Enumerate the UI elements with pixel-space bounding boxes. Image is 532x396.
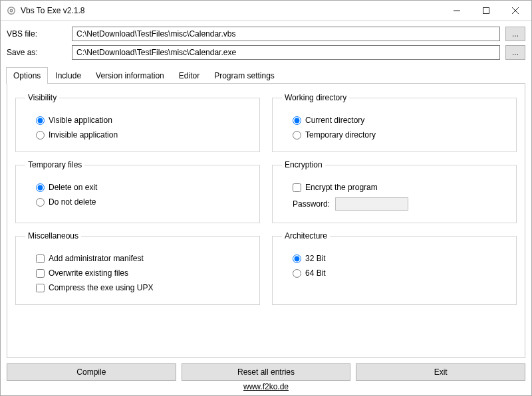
svg-rect-3: [483, 7, 489, 13]
group-architecture-legend: Architecture: [282, 231, 330, 241]
checkbox-overwrite-label: Overwrite existing files: [49, 268, 128, 278]
checkbox-encrypt-label: Encrypt the program: [305, 183, 378, 192]
group-working-directory-legend: Working directory: [282, 93, 349, 102]
radio-64-label: 64 Bit: [305, 268, 326, 278]
radio-64-input[interactable]: [293, 269, 301, 278]
radio-current-label: Current directory: [305, 116, 364, 125]
radio-delete-input[interactable]: [36, 183, 45, 192]
radio-32-label: 32 Bit: [305, 254, 326, 263]
compile-button[interactable]: Compile: [7, 363, 176, 381]
tab-version-information[interactable]: Version information: [88, 67, 172, 84]
checkbox-admin-label: Add administrator manifest: [49, 254, 144, 263]
group-miscellaneous-legend: Miscellaneous: [25, 231, 81, 241]
radio-temporary-directory[interactable]: Temporary directory: [293, 130, 496, 140]
radio-64-bit[interactable]: 64 Bit: [293, 268, 496, 278]
vbs-file-row: VBS file: ...: [7, 27, 525, 41]
checkbox-upx-label: Compress the exe using UPX: [49, 283, 153, 292]
tab-options[interactable]: Options: [6, 67, 48, 84]
close-button[interactable]: [501, 1, 530, 20]
group-encryption-legend: Encryption: [282, 160, 325, 169]
maximize-button[interactable]: [471, 1, 501, 20]
group-temporary-files: Temporary files Delete on exit Do not de…: [15, 160, 260, 223]
checkbox-encrypt-program[interactable]: Encrypt the program: [293, 183, 496, 192]
radio-visible-application[interactable]: Visible application: [36, 116, 239, 125]
save-as-row: Save as: ...: [7, 45, 525, 60]
tab-editor[interactable]: Editor: [172, 67, 207, 84]
window-title: Vbs To Exe v2.1.8: [21, 6, 442, 15]
radio-visible-input[interactable]: [36, 116, 45, 125]
password-input[interactable]: [335, 197, 408, 211]
radio-keep-input[interactable]: [36, 198, 45, 207]
radio-current-directory[interactable]: Current directory: [293, 116, 496, 125]
reset-all-entries-button[interactable]: Reset all entries: [182, 363, 351, 381]
tab-row: Options Include Version information Edit…: [6, 66, 525, 84]
checkbox-compress-upx[interactable]: Compress the exe using UPX: [36, 283, 239, 292]
checkbox-admin-input[interactable]: [36, 254, 45, 263]
exit-button[interactable]: Exit: [356, 363, 525, 381]
save-as-input[interactable]: [72, 45, 500, 60]
titlebar: Vbs To Exe v2.1.8: [1, 1, 531, 21]
svg-point-0: [8, 7, 15, 14]
radio-invisible-label: Invisible application: [49, 130, 118, 140]
group-visibility-legend: Visibility: [25, 93, 59, 102]
radio-current-input[interactable]: [293, 116, 301, 125]
group-temporary-files-legend: Temporary files: [25, 160, 84, 169]
radio-32-input[interactable]: [293, 254, 301, 263]
footer-link[interactable]: www.f2ko.de: [7, 381, 525, 394]
checkbox-upx-input[interactable]: [36, 284, 45, 292]
client-area: VBS file: ... Save as: ... Options Inclu…: [1, 21, 531, 395]
group-visibility: Visibility Visible application Invisible…: [15, 93, 260, 152]
group-encryption: Encryption Encrypt the program Password:: [272, 160, 517, 223]
radio-temp-input[interactable]: [293, 131, 301, 140]
group-miscellaneous: Miscellaneous Add administrator manifest…: [15, 231, 260, 305]
minimize-button[interactable]: [442, 1, 471, 20]
checkbox-encrypt-input[interactable]: [293, 183, 301, 192]
checkbox-overwrite-input[interactable]: [36, 269, 45, 278]
radio-visible-label: Visible application: [49, 116, 112, 125]
group-architecture: Architecture 32 Bit 64 Bit: [272, 231, 517, 305]
radio-invisible-application[interactable]: Invisible application: [36, 130, 239, 140]
radio-delete-label: Delete on exit: [49, 183, 97, 192]
tab-program-settings[interactable]: Program settings: [207, 67, 282, 84]
radio-delete-on-exit[interactable]: Delete on exit: [36, 183, 239, 192]
options-grid: Visibility Visible application Invisible…: [15, 93, 517, 305]
save-as-label: Save as:: [7, 48, 66, 57]
radio-invisible-input[interactable]: [36, 131, 45, 140]
vbs-browse-button[interactable]: ...: [505, 27, 525, 41]
svg-point-1: [10, 9, 13, 12]
tab-content-options: Visibility Visible application Invisible…: [7, 84, 525, 358]
checkbox-overwrite-existing[interactable]: Overwrite existing files: [36, 268, 239, 278]
radio-keep-label: Do not delete: [49, 197, 96, 207]
password-label: Password:: [293, 199, 330, 209]
app-window: Vbs To Exe v2.1.8 VBS file: ... Save as:…: [0, 0, 532, 396]
vbs-file-label: VBS file:: [7, 29, 66, 39]
radio-do-not-delete[interactable]: Do not delete: [36, 197, 239, 207]
vbs-file-input[interactable]: [72, 27, 500, 41]
checkbox-admin-manifest[interactable]: Add administrator manifest: [36, 254, 239, 263]
radio-32-bit[interactable]: 32 Bit: [293, 254, 496, 263]
password-row: Password:: [282, 192, 507, 213]
group-working-directory: Working directory Current directory Temp…: [272, 93, 517, 152]
radio-temp-label: Temporary directory: [305, 130, 376, 140]
save-browse-button[interactable]: ...: [505, 45, 525, 60]
file-rows: VBS file: ... Save as: ...: [7, 27, 525, 60]
bottom-buttons: Compile Reset all entries Exit: [7, 363, 525, 381]
app-gear-icon: [6, 5, 17, 16]
tab-include[interactable]: Include: [48, 67, 88, 84]
